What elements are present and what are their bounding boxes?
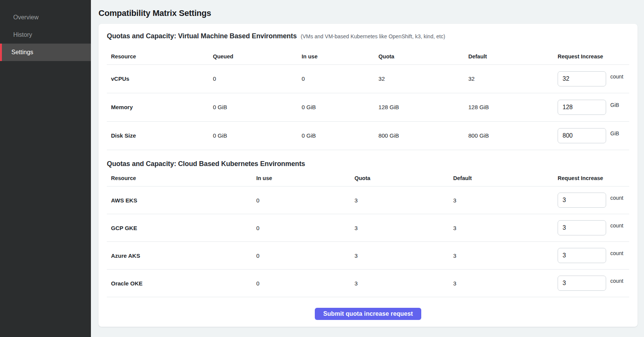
disk-size-unit-label: GiB <box>610 130 619 136</box>
disk-size-resource-label: Disk Size <box>107 121 213 150</box>
vm-col-quota: Quota <box>378 41 468 64</box>
oracle-oke-quota-value: 3 <box>355 270 453 297</box>
memory-quota-value: 128 GiB <box>378 93 468 121</box>
gcp-gke-quota-value: 3 <box>355 214 453 242</box>
cloud-col-quota: Quota <box>355 168 453 187</box>
sidebar-item-settings[interactable]: Settings <box>0 44 91 61</box>
oracle-oke-in-use-value: 0 <box>256 270 354 297</box>
vm-section-title: Quotas and Capacity: Virtual Machine Bas… <box>107 32 297 40</box>
oracle-oke-request-input[interactable] <box>558 276 606 291</box>
vcpus-default-value: 32 <box>468 64 558 93</box>
vcpus-unit-label: count <box>610 74 623 80</box>
azure-aks-request-field: count <box>558 248 629 263</box>
vcpus-queued-value: 0 <box>213 64 302 93</box>
cloud-row-gcp-gke: GCP GKE 0 3 3 count <box>107 214 629 242</box>
gcp-gke-request-input[interactable] <box>558 220 606 235</box>
aws-eks-unit-label: count <box>610 195 623 201</box>
vm-row-disk-size: Disk Size 0 GiB 0 GiB 800 GiB 800 GiB Gi… <box>107 121 629 150</box>
aws-eks-resource-label: AWS EKS <box>107 187 256 214</box>
cloud-row-oracle-oke: Oracle OKE 0 3 3 count <box>107 270 629 297</box>
oracle-oke-unit-label: count <box>610 278 623 284</box>
oracle-oke-request-field: count <box>558 276 629 291</box>
vm-section-subtitle: (VMs and VM-based Kubernetes like OpenSh… <box>301 33 445 39</box>
aws-eks-request-field: count <box>558 193 629 208</box>
memory-request-input[interactable] <box>558 100 606 115</box>
gcp-gke-unit-label: count <box>610 223 623 229</box>
memory-unit-label: GiB <box>610 102 619 108</box>
vcpus-quota-value: 32 <box>378 64 468 93</box>
vm-col-request-increase: Request Increase <box>558 41 629 64</box>
sidebar-item-history[interactable]: History <box>0 26 91 44</box>
gcp-gke-in-use-value: 0 <box>256 214 354 242</box>
azure-aks-in-use-value: 0 <box>256 242 354 270</box>
submit-row: Submit quota increase request <box>107 297 629 320</box>
vm-table-header-row: Resource Queued In use Quota Default Req… <box>107 41 629 64</box>
memory-resource-label: Memory <box>107 93 213 121</box>
disk-size-quota-value: 800 GiB <box>378 121 468 150</box>
cloud-col-default: Default <box>453 168 558 187</box>
settings-card: Quotas and Capacity: Virtual Machine Bas… <box>98 24 638 327</box>
aws-eks-quota-value: 3 <box>355 187 453 214</box>
vm-col-queued: Queued <box>213 41 302 64</box>
sidebar: Overview History Settings <box>0 0 91 337</box>
aws-eks-default-value: 3 <box>453 187 558 214</box>
vcpus-request-input[interactable] <box>558 71 606 86</box>
cloud-col-in-use: In use <box>256 168 354 187</box>
aws-eks-in-use-value: 0 <box>256 187 354 214</box>
disk-size-queued-value: 0 GiB <box>213 121 302 150</box>
vm-col-resource: Resource <box>107 41 213 64</box>
sidebar-item-settings-label: Settings <box>11 49 33 56</box>
gcp-gke-resource-label: GCP GKE <box>107 214 256 242</box>
vcpus-resource-label: vCPUs <box>107 64 213 93</box>
vm-row-vcpus: vCPUs 0 0 32 32 count <box>107 64 629 93</box>
oracle-oke-resource-label: Oracle OKE <box>107 270 256 297</box>
memory-request-field: GiB <box>558 100 629 115</box>
aws-eks-request-input[interactable] <box>558 193 606 208</box>
vcpus-request-field: count <box>558 71 629 86</box>
oracle-oke-default-value: 3 <box>453 270 558 297</box>
cloud-section-title: Quotas and Capacity: Cloud Based Kuberne… <box>107 160 305 168</box>
azure-aks-quota-value: 3 <box>355 242 453 270</box>
vm-section-heading: Quotas and Capacity: Virtual Machine Bas… <box>107 24 629 41</box>
disk-size-request-input[interactable] <box>558 128 606 143</box>
cloud-table-header-row: Resource In use Quota Default Request In… <box>107 168 629 187</box>
cloud-quota-table: Resource In use Quota Default Request In… <box>107 168 629 298</box>
disk-size-in-use-value: 0 GiB <box>302 121 378 150</box>
sidebar-item-overview-label: Overview <box>13 14 39 21</box>
vcpus-in-use-value: 0 <box>302 64 378 93</box>
azure-aks-default-value: 3 <box>453 242 558 270</box>
vm-row-memory: Memory 0 GiB 0 GiB 128 GiB 128 GiB GiB <box>107 93 629 121</box>
page-title: Compatibility Matrix Settings <box>98 0 638 24</box>
cloud-row-aws-eks: AWS EKS 0 3 3 count <box>107 187 629 214</box>
cloud-row-azure-aks: Azure AKS 0 3 3 count <box>107 242 629 270</box>
sidebar-item-overview[interactable]: Overview <box>0 9 91 26</box>
vm-quota-table: Resource Queued In use Quota Default Req… <box>107 41 629 150</box>
main-content: Compatibility Matrix Settings Quotas and… <box>91 0 644 337</box>
memory-in-use-value: 0 GiB <box>302 93 378 121</box>
azure-aks-resource-label: Azure AKS <box>107 242 256 270</box>
vm-col-default: Default <box>468 41 558 64</box>
disk-size-request-field: GiB <box>558 128 629 143</box>
memory-default-value: 128 GiB <box>468 93 558 121</box>
cloud-col-request-increase: Request Increase <box>558 168 629 187</box>
memory-queued-value: 0 GiB <box>213 93 302 121</box>
azure-aks-request-input[interactable] <box>558 248 606 263</box>
sidebar-item-history-label: History <box>13 31 32 38</box>
cloud-col-resource: Resource <box>107 168 256 187</box>
disk-size-default-value: 800 GiB <box>468 121 558 150</box>
gcp-gke-request-field: count <box>558 220 629 235</box>
app-root: Overview History Settings Compatibility … <box>0 0 644 337</box>
cloud-section-heading: Quotas and Capacity: Cloud Based Kuberne… <box>107 150 629 168</box>
gcp-gke-default-value: 3 <box>453 214 558 242</box>
vm-col-in-use: In use <box>302 41 378 64</box>
azure-aks-unit-label: count <box>610 250 623 256</box>
submit-quota-button[interactable]: Submit quota increase request <box>315 308 421 320</box>
